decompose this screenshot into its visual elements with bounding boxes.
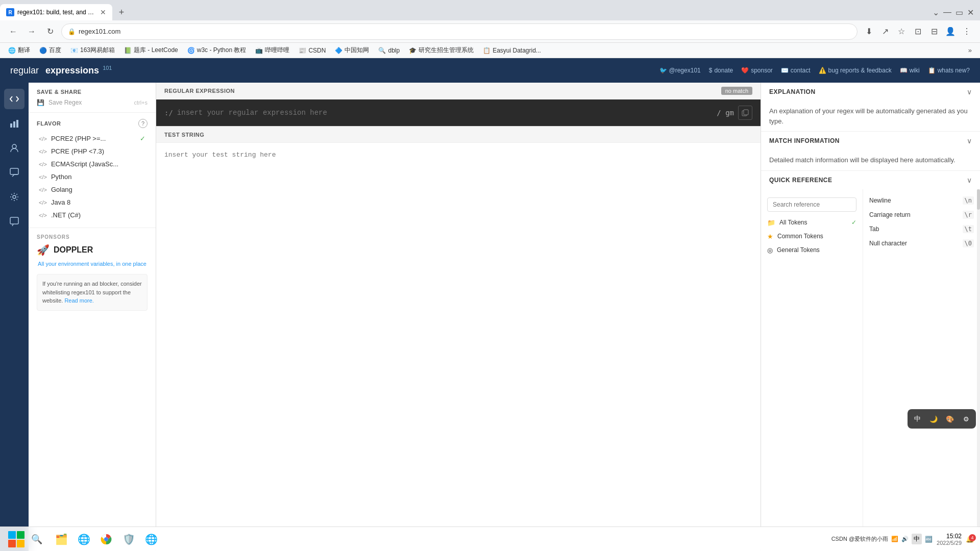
tab-restore-icon[interactable]: — [943,8,951,17]
palette-button[interactable]: 🎨 [942,411,958,427]
close-tab-button[interactable]: ✕ [100,8,106,16]
bookmark-baidu[interactable]: 🔵 百度 [35,45,65,56]
sidebar-icon-chat[interactable] [4,162,24,183]
bookmark-easyui[interactable]: 📋 Easyui Datagrid... [479,46,545,55]
taskbar-ie-icon[interactable]: 🌐 [141,529,161,549]
navbar-contact-link[interactable]: ✉️ contact [781,67,811,74]
app-logo[interactable]: regular expressions 101 [10,65,112,76]
address-bar[interactable]: 🔒 regex101.com [61,23,857,40]
sidebar-icon-code[interactable] [4,89,24,109]
quick-ref-categories: 📁 All Tokens ✓ ★ Common Tokens ◎ General… [761,189,863,552]
flavor-help-button[interactable]: ? [138,119,148,128]
sidebar-icon-user[interactable] [4,138,24,158]
ref-item-tab[interactable]: Tab \t [863,222,980,236]
sponsors-section: SPONSORS 🚀 DOPPLER All your environment … [29,228,156,317]
taskbar-file-explorer-icon[interactable]: 🗂️ [51,529,71,549]
bookmark-w3c-label: w3c - Python 教程 [197,46,247,55]
adblocker-read-more-link[interactable]: Read more. [64,297,93,304]
bookmark-grad[interactable]: 🎓 研究生招生管理系统 [405,45,478,56]
navbar-donate-link[interactable]: $ donate [709,67,733,74]
forward-button[interactable]: → [24,24,39,39]
active-tab[interactable]: R regex101: build, test, and deb... ✕ [0,4,112,20]
bookmark-bilibili[interactable]: 📺 哔哩哔哩 [251,45,293,56]
flavor-item-ecmascript[interactable]: </> ECMAScript (JavaSc... [37,158,148,170]
bookmark-163mail[interactable]: 📧 163网易邮箱 [66,45,119,56]
regex-copy-button[interactable] [738,106,752,120]
navbar-bugreport-link[interactable]: ⚠️ bug reports & feedback [819,67,892,74]
sponsor-card[interactable]: 🚀 DOPPLER [37,244,148,256]
bookmark-translate-label: 翻译 [18,46,30,55]
bookmark-translate[interactable]: 🌐 翻译 [4,45,34,56]
bookmarks-more-button[interactable]: » [964,46,976,54]
bookmark-w3c[interactable]: 🌀 w3c - Python 教程 [183,45,251,56]
bookmarks-bar: 🌐 翻译 🔵 百度 📧 163网易邮箱 📗 题库 - LeetCode 🌀 w3… [0,43,980,58]
navbar-wiki-link[interactable]: 📖 wiki [900,67,920,74]
main-layout: SAVE & SHARE 💾 Save Regex ctrl+s FLAVOR … [0,83,980,551]
new-tab-button[interactable]: + [114,5,129,19]
quick-ref-scroll-thumb[interactable] [977,189,980,210]
bookmark-csdn[interactable]: 📰 CSDN [295,46,330,55]
ref-category-general-tokens[interactable]: ◎ General Tokens [761,243,863,257]
night-mode-button[interactable]: 🌙 [926,411,941,427]
screenshot-button[interactable]: ⊡ [911,24,925,39]
tab-minimize-icon[interactable]: ⌄ [933,8,939,17]
left-panel-scroll: SAVE & SHARE 💾 Save Regex ctrl+s FLAVOR … [29,83,156,551]
refresh-button[interactable]: ↻ [43,24,57,39]
split-button[interactable]: ⊟ [927,24,941,39]
taskbar-start-button[interactable] [6,529,27,549]
save-regex-button[interactable]: 💾 Save Regex ctrl+s [37,99,148,106]
bookmark-cnki[interactable]: 🔷 中国知网 [331,45,373,56]
menu-button[interactable]: ⋮ [960,24,974,39]
common-tokens-icon: ★ [767,233,773,240]
ref-item-null-char[interactable]: Null character \0 [863,236,980,251]
svg-rect-0 [10,123,12,128]
flavor-item-dotnet[interactable]: </> .NET (C#) [37,209,148,221]
tab-close-icon[interactable]: ✕ [967,8,974,17]
chinese-char-button[interactable]: 中 [910,411,925,427]
taskbar-ime-icon[interactable]: 中 [912,534,922,544]
flavor-item-java8[interactable]: </> Java 8 [37,196,148,209]
ref-item-newline[interactable]: Newline \n [863,193,980,208]
sidebar-icon-comment[interactable] [4,211,24,232]
taskbar-search-button[interactable]: 🔍 [27,529,47,549]
ref-item-carriage-return[interactable]: Carriage return \r [863,208,980,222]
book-icon: 📖 [900,67,908,74]
navbar-sponsor-link[interactable]: ❤️ sponsor [741,67,773,74]
mail-nav-icon: ✉️ [781,67,789,74]
match-info-header[interactable]: MATCH INFORMATION ∨ [761,132,980,150]
general-tokens-icon: ◎ [767,246,773,254]
taskbar-kaspersky-icon[interactable]: 🛡️ [118,529,139,549]
tab-maximize-icon[interactable]: ▭ [955,8,963,17]
navbar-twitter-link[interactable]: 🐦 @regex101 [659,67,701,74]
mail-icon: 📧 [70,47,78,54]
share-button[interactable]: ↗ [878,24,892,39]
test-string-textarea[interactable] [164,151,752,543]
taskbar-notification-area[interactable]: 🔔 4 [966,535,974,543]
quick-ref-items: Newline \n Carriage return \r Tab \t N [863,189,980,552]
profile-button[interactable]: 👤 [943,24,958,39]
flavor-item-python[interactable]: </> Python [37,170,148,183]
explanation-header[interactable]: EXPLANATION ∨ [761,83,980,101]
flavor-item-pcre2[interactable]: </> PCRE2 (PHP >=... ✓ [37,132,148,145]
bookmark-leetcode[interactable]: 📗 题库 - LeetCode [120,45,182,56]
download-button[interactable]: ⬇ [862,24,876,39]
taskbar-chrome-icon[interactable] [96,529,116,549]
taskbar-edge-icon[interactable]: 🌐 [74,529,94,549]
gear-settings-button[interactable]: ⚙ [959,411,974,427]
csdn-icon: 📰 [299,47,306,54]
ref-category-common-tokens[interactable]: ★ Common Tokens [761,230,863,243]
ref-category-all-tokens[interactable]: 📁 All Tokens ✓ [761,216,863,230]
regex-input[interactable] [173,109,717,117]
logo-regular: regular [10,65,39,76]
back-button[interactable]: ← [6,24,20,39]
sidebar-icon-chart[interactable] [4,113,24,134]
bookmark-dblp[interactable]: 🔍 dblp [374,46,404,55]
taskbar-clock[interactable]: 15:02 2022/5/29 [937,533,962,546]
flavor-item-golang[interactable]: </> Golang [37,183,148,196]
quick-ref-header[interactable]: QUICK REFERENCE ∨ [761,171,980,189]
sidebar-icon-settings[interactable] [4,187,24,207]
flavor-item-pcre[interactable]: </> PCRE (PHP <7.3) [37,145,148,158]
quick-ref-search-input[interactable] [767,197,856,212]
flavor-code-icon-7: </> [39,212,47,218]
navbar-whatsnew-link[interactable]: 📋 whats new? [928,67,970,74]
